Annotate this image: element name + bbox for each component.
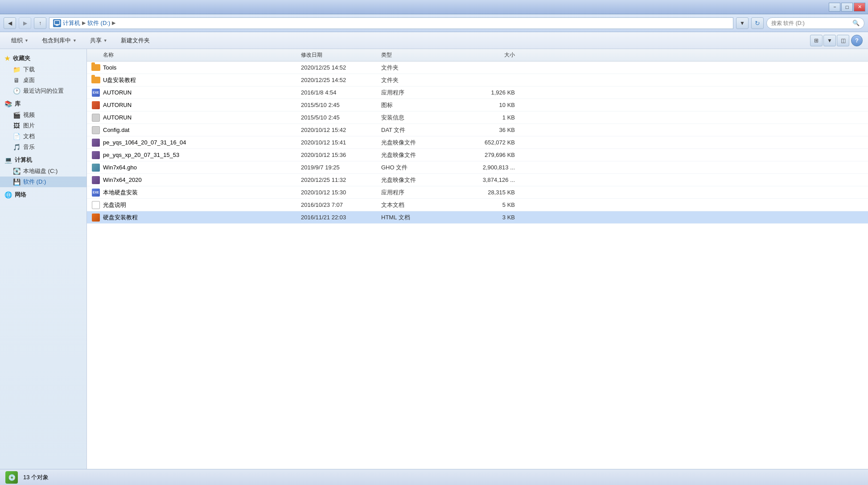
file-date: 2016/1/8 4:54 xyxy=(301,89,381,96)
search-input[interactable] xyxy=(771,20,850,26)
share-label: 共享 xyxy=(90,37,102,45)
local-c-label: 本地磁盘 (C:) xyxy=(23,167,58,175)
file-date: 2020/12/25 11:32 xyxy=(301,177,381,183)
file-name-cell: pe_yqs_xp_20_07_31_15_53 xyxy=(87,151,301,160)
file-icon xyxy=(91,101,100,110)
sidebar-item-software-d[interactable]: 💾 软件 (D:) xyxy=(0,177,86,187)
address-dropdown-button[interactable]: ▼ xyxy=(736,17,749,29)
share-dropdown-icon: ▼ xyxy=(103,38,107,43)
music-label: 音乐 xyxy=(23,143,35,151)
file-row[interactable]: Win7x64_2020 2020/12/25 11:32 光盘映像文件 3,8… xyxy=(87,174,868,186)
organize-label: 组织 xyxy=(11,37,23,45)
file-icon xyxy=(91,63,100,72)
sidebar-item-local-c[interactable]: 💽 本地磁盘 (C:) xyxy=(0,166,86,177)
path-computer[interactable]: 计算机 xyxy=(63,19,80,27)
col-header-size[interactable]: 大小 xyxy=(461,51,524,59)
help-button[interactable]: ? xyxy=(851,35,863,46)
library-label: 包含到库中 xyxy=(42,37,71,45)
file-date: 2020/10/12 15:36 xyxy=(301,152,381,158)
file-type: 文件夹 xyxy=(381,64,461,72)
forward-button[interactable]: ▶ xyxy=(19,17,31,29)
sidebar-item-desktop[interactable]: 🖥 桌面 xyxy=(0,75,86,86)
file-row[interactable]: AUTORUN 2015/5/10 2:45 图标 10 KB xyxy=(87,99,868,111)
preview-pane-button[interactable]: ◫ xyxy=(837,35,849,46)
file-name-cell: AUTORUN xyxy=(87,101,301,110)
organize-button[interactable]: 组织 ▼ xyxy=(5,34,34,47)
svg-rect-2 xyxy=(55,25,59,25)
file-type: 图标 xyxy=(381,101,461,109)
file-date: 2015/5/10 2:45 xyxy=(301,114,381,121)
sidebar-item-doc[interactable]: 📄 文档 xyxy=(0,131,86,142)
file-type: DAT 文件 xyxy=(381,126,461,134)
svg-rect-1 xyxy=(56,25,58,26)
sidebar-item-recent[interactable]: 🕐 最近访问的位置 xyxy=(0,86,86,96)
refresh-button[interactable]: ↻ xyxy=(751,17,764,29)
library-dropdown-icon: ▼ xyxy=(73,38,77,43)
file-size: 1,926 KB xyxy=(461,89,524,96)
file-size: 2,900,813 ... xyxy=(461,164,524,171)
sidebar-item-music[interactable]: 🎵 音乐 xyxy=(0,142,86,152)
path-arrow-2: ▶ xyxy=(112,20,115,26)
file-type: 文件夹 xyxy=(381,76,461,84)
file-row[interactable]: pe_yqs_xp_20_07_31_15_53 2020/10/12 15:3… xyxy=(87,149,868,161)
music-icon: 🎵 xyxy=(12,144,21,151)
file-row[interactable]: 硬盘安装教程 2016/11/21 22:03 HTML 文档 3 KB xyxy=(87,211,868,224)
file-date: 2016/11/21 22:03 xyxy=(301,214,381,221)
favorites-header[interactable]: ★ 收藏夹 xyxy=(0,53,86,64)
network-header[interactable]: 🌐 网络 xyxy=(0,189,86,201)
library-section: 📚 库 🎬 视频 🖼 图片 📄 文档 🎵 音乐 xyxy=(0,98,86,152)
file-row[interactable]: 光盘说明 2016/10/23 7:07 文本文档 5 KB xyxy=(87,199,868,211)
file-row[interactable]: U盘安装教程 2020/12/25 14:52 文件夹 xyxy=(87,74,868,86)
new-folder-button[interactable]: 新建文件夹 xyxy=(115,34,156,47)
file-name: U盘安装教程 xyxy=(103,76,136,84)
file-icon: EXE xyxy=(91,188,100,197)
file-icon xyxy=(91,151,100,160)
close-button[interactable]: ✕ xyxy=(854,3,865,12)
file-row[interactable]: Config.dat 2020/10/12 15:42 DAT 文件 36 KB xyxy=(87,124,868,136)
back-button[interactable]: ◀ xyxy=(4,17,16,29)
favorites-section: ★ 收藏夹 📁 下载 🖥 桌面 🕐 最近访问的位置 xyxy=(0,53,86,96)
file-icon xyxy=(91,213,100,222)
up-button[interactable]: ↑ xyxy=(34,17,46,29)
file-row[interactable]: AUTORUN 2015/5/10 2:45 安装信息 1 KB xyxy=(87,111,868,124)
address-path[interactable]: 计算机 ▶ 软件 (D:) ▶ xyxy=(49,17,733,29)
network-section: 🌐 网络 xyxy=(0,189,86,201)
computer-header[interactable]: 💻 计算机 xyxy=(0,154,86,166)
col-header-type[interactable]: 类型 xyxy=(381,51,461,59)
desktop-icon: 🖥 xyxy=(12,77,21,84)
main-layout: ★ 收藏夹 📁 下载 🖥 桌面 🕐 最近访问的位置 📚 库 � xyxy=(0,49,868,469)
file-size: 1 KB xyxy=(461,114,524,121)
image-label: 图片 xyxy=(23,122,35,130)
file-row[interactable]: EXE AUTORUN 2016/1/8 4:54 应用程序 1,926 KB xyxy=(87,86,868,99)
sidebar-item-image[interactable]: 🖼 图片 xyxy=(0,120,86,131)
file-name: AUTORUN xyxy=(103,89,132,96)
library-button[interactable]: 包含到库中 ▼ xyxy=(36,34,82,47)
new-folder-label: 新建文件夹 xyxy=(121,37,150,45)
file-type: HTML 文档 xyxy=(381,214,461,222)
search-box[interactable]: 🔍 xyxy=(766,17,864,29)
sidebar-item-video[interactable]: 🎬 视频 xyxy=(0,110,86,120)
file-row[interactable]: EXE 本地硬盘安装 2020/10/12 15:30 应用程序 28,315 … xyxy=(87,186,868,199)
favorites-label: 收藏夹 xyxy=(13,54,30,62)
file-row[interactable]: Tools 2020/12/25 14:52 文件夹 xyxy=(87,62,868,74)
path-software-d[interactable]: 软件 (D:) xyxy=(87,19,110,27)
col-header-name[interactable]: 名称 xyxy=(87,51,301,59)
file-type: 应用程序 xyxy=(381,89,461,97)
view-toggle-button[interactable]: ⊞ xyxy=(810,35,823,46)
view-dropdown-button[interactable]: ▼ xyxy=(823,35,836,46)
doc-label: 文档 xyxy=(23,132,35,140)
share-button[interactable]: 共享 ▼ xyxy=(84,34,113,47)
file-row[interactable]: Win7x64.gho 2019/9/7 19:25 GHO 文件 2,900,… xyxy=(87,161,868,174)
address-bar: ◀ ▶ ↑ 计算机 ▶ 软件 (D:) ▶ ▼ ↻ 🔍 xyxy=(0,14,868,32)
maximize-button[interactable]: □ xyxy=(841,3,853,12)
recent-icon: 🕐 xyxy=(12,87,21,95)
library-header[interactable]: 📚 库 xyxy=(0,98,86,110)
path-arrow-1: ▶ xyxy=(82,20,86,26)
file-icon xyxy=(91,163,100,172)
col-header-date[interactable]: 修改日期 xyxy=(301,51,381,59)
software-d-label: 软件 (D:) xyxy=(23,178,46,186)
minimize-button[interactable]: － xyxy=(829,3,840,12)
sidebar-item-download[interactable]: 📁 下载 xyxy=(0,64,86,75)
file-row[interactable]: pe_yqs_1064_20_07_31_16_04 2020/10/12 15… xyxy=(87,136,868,149)
file-size: 3,874,126 ... xyxy=(461,177,524,183)
